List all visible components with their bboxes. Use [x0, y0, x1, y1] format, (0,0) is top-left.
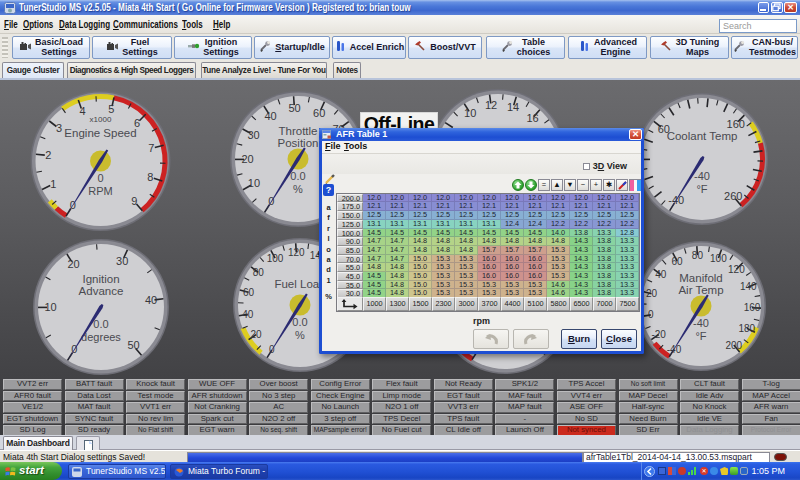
svg-text:Ignition: Ignition: [82, 273, 119, 285]
svg-text:8: 8: [147, 171, 153, 183]
svg-text:-40: -40: [693, 317, 709, 329]
svg-text:0.0: 0.0: [93, 318, 108, 330]
svg-text:40: 40: [242, 309, 254, 320]
svg-text:20: 20: [241, 153, 253, 165]
svg-text:-20: -20: [651, 329, 666, 340]
svg-text:60: 60: [243, 287, 255, 298]
svg-text:Manifold: Manifold: [679, 272, 722, 284]
svg-text:Engine Speed: Engine Speed: [64, 127, 136, 139]
svg-text:50: 50: [127, 339, 139, 351]
svg-text:180: 180: [738, 323, 755, 334]
svg-text:30: 30: [116, 255, 128, 267]
svg-text:Coolant Temp: Coolant Temp: [667, 130, 738, 142]
svg-text:0.0: 0.0: [290, 170, 305, 182]
svg-text:4: 4: [79, 105, 85, 117]
svg-text:20: 20: [646, 288, 658, 299]
svg-text:16: 16: [526, 112, 538, 124]
svg-text:40: 40: [145, 294, 157, 306]
svg-text:degrees: degrees: [81, 331, 121, 343]
svg-text:120: 120: [288, 247, 305, 258]
svg-text:60: 60: [313, 107, 325, 119]
svg-text:140: 140: [740, 281, 757, 292]
svg-text:260: 260: [724, 190, 742, 202]
svg-text:0: 0: [97, 172, 103, 184]
svg-text:14: 14: [507, 101, 519, 113]
svg-text:160: 160: [744, 302, 761, 313]
svg-text:%: %: [293, 183, 303, 195]
svg-text:50: 50: [288, 102, 300, 114]
svg-text:1: 1: [50, 178, 56, 190]
svg-text:80: 80: [692, 250, 704, 261]
svg-text:5: 5: [108, 103, 114, 115]
svg-text:10: 10: [248, 177, 260, 189]
svg-text:3: 3: [56, 122, 62, 134]
svg-text:°F: °F: [695, 330, 706, 342]
svg-text:Air Temp: Air Temp: [678, 284, 723, 296]
svg-text:120: 120: [728, 264, 745, 275]
svg-text:9: 9: [131, 195, 137, 207]
svg-text:40: 40: [264, 110, 276, 122]
svg-text:100: 100: [267, 253, 284, 264]
svg-text:RPM: RPM: [88, 185, 112, 197]
svg-text:10: 10: [44, 301, 56, 313]
svg-text:100: 100: [710, 253, 727, 264]
svg-text:7: 7: [148, 142, 154, 154]
svg-text:20: 20: [67, 258, 79, 270]
svg-text:80: 80: [253, 267, 265, 278]
svg-text:-40: -40: [694, 170, 710, 182]
svg-text:160: 160: [727, 118, 745, 130]
svg-text:0.0: 0.0: [292, 316, 307, 328]
svg-text:200: 200: [725, 340, 742, 351]
svg-text:2: 2: [45, 149, 51, 161]
svg-text:Throttle: Throttle: [279, 125, 318, 137]
svg-text:Advance: Advance: [79, 285, 124, 297]
svg-text:°F: °F: [696, 183, 707, 195]
svg-text:Position: Position: [278, 137, 319, 149]
svg-text:30: 30: [247, 129, 259, 141]
svg-text:x1000: x1000: [90, 115, 112, 124]
svg-text:10: 10: [464, 107, 476, 119]
svg-text:Fuel Load: Fuel Load: [274, 278, 325, 290]
svg-text:12: 12: [485, 99, 497, 111]
svg-text:20: 20: [251, 329, 263, 340]
svg-text:%: %: [295, 329, 305, 341]
svg-text:60: 60: [672, 256, 684, 267]
svg-text:40: 40: [655, 269, 667, 280]
svg-text:0: 0: [648, 309, 654, 320]
